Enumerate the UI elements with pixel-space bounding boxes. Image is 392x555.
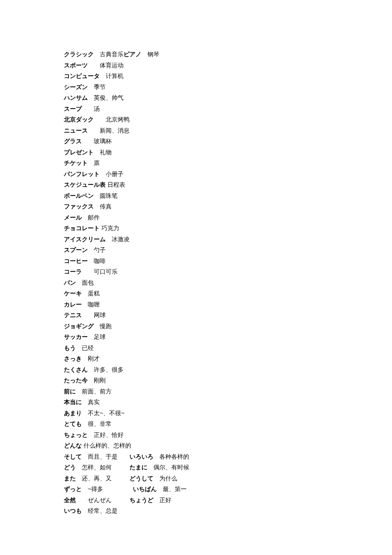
definition-text: 偶尔、有时候 xyxy=(147,464,189,471)
definition-text: 真实 xyxy=(82,399,100,405)
definition-text: 慢跑 xyxy=(94,323,112,330)
term-text: ボールペン xyxy=(64,192,94,199)
definition-text: 汤 xyxy=(82,105,100,112)
definition-text: 邮件 xyxy=(82,214,100,221)
definition-text: 面包 xyxy=(76,279,94,286)
term-text: スケジュール表 xyxy=(64,181,106,188)
term-text: たった今 xyxy=(64,377,88,384)
term-text: とても xyxy=(64,420,82,427)
definition-text: 刚刚 xyxy=(88,377,106,384)
vocab-row: スープ 汤 xyxy=(64,104,392,115)
term-text: ファックス xyxy=(64,203,94,210)
definition-text: ぜんぜん xyxy=(76,497,130,503)
definition-text: 足球 xyxy=(88,333,106,340)
definition-text: 很、非常 xyxy=(82,420,112,427)
definition-text: 已经 xyxy=(76,344,94,351)
term-text: 本当に xyxy=(64,399,82,405)
term-text: チケット xyxy=(64,159,88,166)
vocab-row: あまり 不太~、不很~ xyxy=(64,408,392,419)
definition-text: 怎样、如何 xyxy=(76,464,130,471)
vocab-row: テニス 网球 xyxy=(64,310,392,321)
definition-text: 不太~、不很~ xyxy=(82,410,124,416)
vocab-row: チョコレート 巧克力 xyxy=(64,223,392,234)
term-text: ピアノ xyxy=(124,51,141,58)
vocab-row: さっき 刚才 xyxy=(64,353,392,364)
definition-text: 各种各样的 xyxy=(153,453,189,460)
definition-text: 票 xyxy=(88,159,100,166)
term-text: どう xyxy=(64,464,76,471)
vocab-row: もう 已经 xyxy=(64,343,392,354)
definition-text: 玻璃杯 xyxy=(82,138,112,145)
term-text: ずっと xyxy=(64,486,82,492)
definition-text: 传真 xyxy=(94,203,112,210)
term-text: いつも xyxy=(64,507,82,514)
vocab-row: ニュース 新闻、消息 xyxy=(64,125,392,136)
vocab-row: コーヒー 咖啡 xyxy=(64,256,392,267)
definition-text: 什么样的、怎样的 xyxy=(82,442,131,449)
term-text: もう xyxy=(64,344,76,351)
vocab-row: たくさん 许多、很多 xyxy=(64,364,392,376)
vocab-row: メール 邮件 xyxy=(64,212,392,223)
definition-text: 前面、前方 xyxy=(76,388,112,395)
term-text: ニュース xyxy=(64,127,88,134)
definition-text: 还、再、又 xyxy=(76,475,130,482)
definition-text: 英俊、帅气 xyxy=(88,94,124,101)
definition-text: 新闻、消息 xyxy=(88,127,130,134)
term-text: スープ xyxy=(64,105,82,112)
vocab-row: 前に 前面、前方 xyxy=(64,386,392,397)
definition-text: 日程表 xyxy=(106,181,125,188)
definition-text: 咖啡 xyxy=(88,257,106,264)
vocab-row: カレー 咖喱 xyxy=(64,299,392,310)
term-text: どうして xyxy=(130,475,153,482)
vocab-row: どんな 什么样的、怎样的 xyxy=(64,440,392,451)
vocab-row: サッカー 足球 xyxy=(64,332,392,343)
vocab-row: いつも 经常、总是 xyxy=(64,506,392,517)
definition-text: 网球 xyxy=(82,312,106,318)
definition-text: 正好、恰好 xyxy=(88,431,124,438)
term-text: 北京ダック xyxy=(64,116,94,123)
definition-text: ~得多 xyxy=(82,486,133,492)
term-text: また xyxy=(64,475,76,482)
vocab-row: 北京ダック 北京烤鸭 xyxy=(64,114,392,125)
vocab-row: チケット 票 xyxy=(64,158,392,169)
vocab-row: 本当に 真实 xyxy=(64,397,392,408)
vocab-row: ジョギング 慢跑 xyxy=(64,321,392,332)
term-text: いろいろ xyxy=(130,453,153,460)
vocab-row: ずっと ~得多 いちばん 最、第一 xyxy=(64,484,392,495)
vocab-row: アイスクリーム 冰激凌 xyxy=(64,234,392,245)
term-text: コーヒー xyxy=(64,257,88,264)
term-text: サッカー xyxy=(64,333,88,340)
vocab-row: ハンサム 英俊、帅气 xyxy=(64,92,392,104)
vocab-row: スケジュール表 日程表 xyxy=(64,179,392,191)
definition-text: 咖喱 xyxy=(82,301,100,308)
vocab-row: ファックス 传真 xyxy=(64,201,392,212)
term-text: カレー xyxy=(64,301,82,308)
term-text: シーズン xyxy=(64,84,88,90)
definition-text: 小册子 xyxy=(100,171,124,177)
term-text: 前に xyxy=(64,388,76,395)
term-text: ケーキ xyxy=(64,290,82,297)
definition-text: 可口可乐 xyxy=(82,268,118,275)
vocabulary-list: クラシック 古典音乐ピアノ 钢琴スポーツ 体育运动コンピュータ 计算机シーズン … xyxy=(0,0,392,517)
vocab-row: 全然 ぜんぜん ちょうど 正好 xyxy=(64,495,392,506)
term-text: コンピュータ xyxy=(64,72,100,79)
term-text: たまに xyxy=(130,464,147,471)
term-text: アイスクリーム xyxy=(64,236,106,243)
term-text: グラス xyxy=(64,138,82,145)
term-text: いちばん xyxy=(133,486,157,492)
term-text: ジョギング xyxy=(64,323,94,330)
vocab-row: シーズン 季节 xyxy=(64,82,392,93)
vocab-row: どう 怎样、如何 たまに 偶尔、有时候 xyxy=(64,462,392,473)
definition-text: 计算机 xyxy=(100,72,124,79)
term-text: そして xyxy=(64,453,82,460)
vocab-row: ちょっと 正好、恰好 xyxy=(64,430,392,441)
definition-text: 体育运动 xyxy=(88,62,124,69)
vocab-row: プレゼント 礼物 xyxy=(64,147,392,158)
vocab-row: とても 很、非常 xyxy=(64,419,392,430)
vocab-row: コーラ 可口可乐 xyxy=(64,266,392,278)
vocab-row: パン 面包 xyxy=(64,278,392,289)
definition-text: 礼物 xyxy=(94,149,112,156)
definition-text: 蛋糕 xyxy=(82,290,100,297)
definition-text: 圆珠笔 xyxy=(94,192,118,199)
term-text: テニス xyxy=(64,312,82,318)
